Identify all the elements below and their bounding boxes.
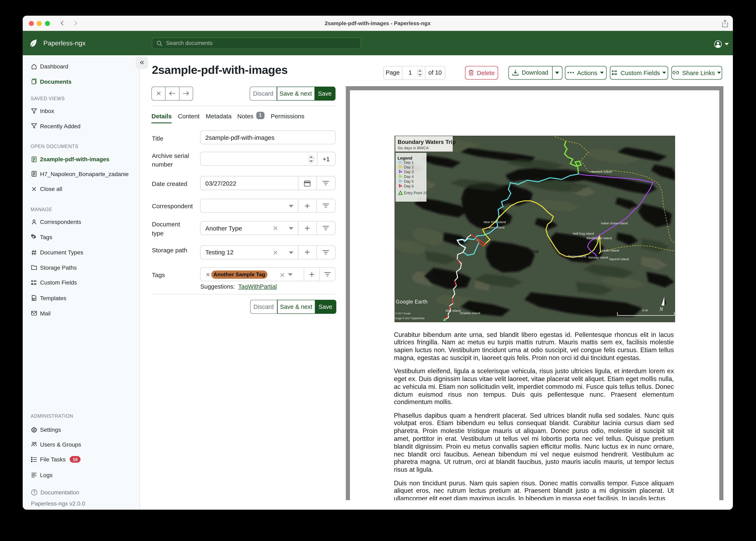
svg-text:Entry Point 24: Entry Point 24 bbox=[404, 191, 427, 195]
svg-text:Indian Grave Island: Indian Grave Island bbox=[601, 222, 627, 225]
svg-text:Text: Text bbox=[530, 249, 539, 254]
svg-text:Canoe Island: Canoe Island bbox=[568, 255, 586, 258]
svg-text:Washington Island: Washington Island bbox=[586, 236, 612, 240]
svg-text:N: N bbox=[659, 306, 663, 312]
svg-text:Gary Island: Gary Island bbox=[488, 226, 504, 229]
svg-text:Google Earth: Google Earth bbox=[396, 299, 428, 304]
svg-text:Half Dog Island: Half Dog Island bbox=[573, 232, 594, 235]
svg-text:Legend: Legend bbox=[397, 156, 412, 161]
svg-text:Day 6: Day 6 bbox=[404, 184, 413, 188]
svg-text:Norway Island: Norway Island bbox=[588, 256, 608, 259]
svg-text:Image © 2017 DigitalGlobe: Image © 2017 DigitalGlobe bbox=[395, 317, 425, 320]
svg-text:Day 2: Day 2 bbox=[404, 165, 413, 169]
svg-text:Squirrel Island: Squirrel Island bbox=[609, 257, 629, 261]
svg-text:Day 5: Day 5 bbox=[404, 179, 413, 184]
svg-text:© 2017 Google: © 2017 Google bbox=[395, 312, 410, 314]
svg-text:Charlies Island: Charlies Island bbox=[460, 311, 480, 315]
svg-text:Day 1: Day 1 bbox=[404, 161, 413, 165]
svg-text:Boundary Waters Trip: Boundary Waters Trip bbox=[397, 139, 456, 145]
svg-text:Hausons Island: Hausons Island bbox=[590, 170, 612, 173]
svg-text:Day 4: Day 4 bbox=[404, 175, 413, 179]
svg-text:Six days in BWCA: Six days in BWCA bbox=[397, 146, 429, 150]
svg-text:Day 3: Day 3 bbox=[404, 170, 413, 174]
svg-text:3 mi: 3 mi bbox=[642, 308, 648, 312]
svg-text:New York Island: New York Island bbox=[483, 220, 506, 224]
svg-text:Mile Island: Mile Island bbox=[445, 309, 460, 312]
svg-text:Lincoln Island: Lincoln Island bbox=[600, 249, 619, 252]
